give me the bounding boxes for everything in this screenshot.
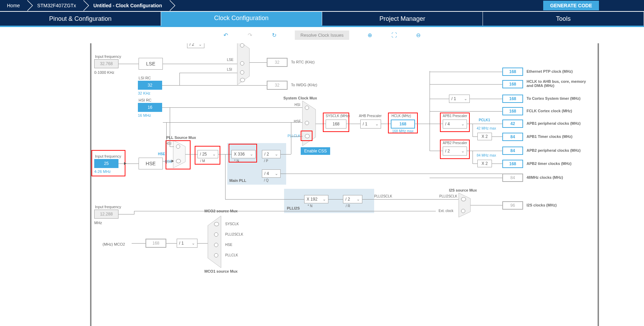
audio-input-value[interactable]: 12.288 — [94, 210, 118, 219]
out-fclk-value: 168 — [502, 107, 523, 115]
tab-project[interactable]: Project Manager — [322, 12, 483, 26]
mco2-hse-radio[interactable] — [214, 243, 218, 247]
plli2s-n-multiplier[interactable]: X 192 — [304, 195, 328, 203]
mco2-opt-plli2s: PLLI2SCLK — [225, 232, 243, 236]
apb2-prescaler[interactable]: / 2 — [443, 147, 467, 156]
generate-code-button[interactable]: GENERATE CODE — [543, 1, 599, 10]
rtc-mux-hse-radio[interactable] — [240, 43, 244, 47]
out-hclk-label: HCLK to AHB bus, core, memory and DMA (M… — [527, 79, 589, 88]
fit-icon[interactable]: ⛶ — [391, 32, 398, 39]
pll-p-label: / P — [264, 159, 268, 163]
sysmux-pllclk-radio[interactable] — [305, 134, 310, 138]
iwdg-output-label: To IWDG (KHz) — [291, 83, 317, 87]
breadcrumb: Home STM32F407ZGTx Untitled - Clock Conf… — [0, 0, 644, 11]
lse-input-range: 0-1000 KHz — [94, 70, 114, 74]
svg-marker-3 — [459, 193, 470, 217]
pll-m-divider[interactable]: / 25 — [197, 150, 218, 158]
pll-m-label: / M — [200, 159, 205, 163]
mco2-opt-hse: HSE — [225, 243, 232, 247]
sysmux-hsi-radio[interactable] — [305, 106, 309, 110]
audio-input-title: Input frequency — [95, 205, 121, 209]
plli2s-n-label: * N — [308, 204, 312, 208]
pll-src-hse-radio[interactable] — [176, 159, 181, 163]
resolve-clock-issues-button[interactable]: Resolve Clock Issues — [295, 30, 349, 40]
breadcrumb-home[interactable]: Home — [0, 0, 27, 11]
undo-icon[interactable]: ↶ — [222, 32, 229, 39]
mco1-mux-title: MCO1 source Mux — [204, 269, 238, 273]
apb1-prescaler[interactable]: / 4 — [443, 120, 467, 129]
breadcrumb-device[interactable]: STM32F407ZGTx — [27, 0, 83, 11]
lsi-signal-label: LSI — [227, 68, 232, 71]
hse-source: HSE — [139, 158, 163, 169]
pclk1-label: PCLK1 — [479, 118, 490, 122]
refresh-icon[interactable]: ↻ — [271, 32, 277, 39]
pclk2-max: 84 MHz max — [477, 153, 496, 157]
sysclk-value[interactable]: 168 — [326, 120, 346, 129]
pll-src-hsi-radio[interactable] — [176, 144, 180, 149]
zoom-out-icon[interactable]: ⊖ — [415, 32, 422, 39]
hse-input-title: Input frequency — [95, 154, 121, 158]
mco2-divider[interactable]: / 1 — [177, 239, 197, 248]
lse-signal-label: LSE — [227, 58, 233, 62]
apb1-prescaler-label: APB1 Prescaler — [443, 114, 467, 118]
mco2-pllclk-radio[interactable] — [214, 253, 218, 257]
tab-clock[interactable]: Clock Configuration — [161, 12, 322, 26]
clock-diagram[interactable]: Input frequency 32.768 0-1000 KHz LSE LS… — [0, 43, 644, 326]
out-eth-label: Ethernet PTP clock (MHz) — [527, 69, 573, 73]
rtc-mux-lse-radio[interactable] — [240, 61, 244, 65]
enable-css-button[interactable]: Enable CSS — [301, 147, 330, 155]
i2s-mux-title: I2S source Mux — [449, 188, 477, 192]
lsi-unit: 32 KHz — [138, 91, 150, 95]
tab-pinout[interactable]: Pinout & Configuration — [0, 12, 161, 26]
pll-n-multiplier[interactable]: X 336 — [231, 150, 256, 158]
lse-source: LSE — [139, 58, 163, 70]
mco2-sysclk-radio[interactable] — [214, 222, 219, 226]
hse-input-value[interactable]: 25 — [94, 159, 118, 168]
svg-marker-2 — [302, 101, 316, 146]
system-clock-mux-title: System Clock Mux — [283, 96, 317, 100]
clock-toolbar: ↶ ↷ ↻ Resolve Clock Issues ⊕ ⛶ ⊖ — [0, 27, 644, 43]
systick-divider[interactable]: / 1 — [449, 95, 470, 103]
rtc-mux-lsi-radio[interactable] — [240, 70, 244, 74]
lse-input-value[interactable]: 32.768 — [94, 59, 118, 68]
breadcrumb-page[interactable]: Untitled - Clock Configuration — [83, 0, 169, 11]
i2s-mux-plli2s-radio[interactable] — [461, 197, 466, 201]
sysmux-hse-radio[interactable] — [305, 121, 309, 125]
plli2s-r-divider[interactable]: / 2 — [343, 195, 362, 203]
hsi-value: 16 — [138, 103, 162, 112]
hse-signal-label: HSE — [158, 152, 165, 156]
out-eth-value: 168 — [502, 68, 523, 76]
mco2-opt-pllclk: PLLCLK — [225, 253, 238, 257]
out-hclk-value: 168 — [502, 80, 523, 88]
out-i2s-label: I2S clocks (MHz) — [527, 203, 557, 207]
hclk-value[interactable]: 168 — [391, 120, 415, 129]
pll-p-divider[interactable]: / 2 — [262, 150, 281, 158]
i2s-mux-ext-label: Ext. clock — [439, 209, 453, 213]
pclk1-max: 42 MHz max — [477, 126, 496, 130]
out-apb2t-value: 168 — [502, 160, 523, 168]
tab-tools[interactable]: Tools — [483, 12, 644, 26]
out-apb2p-label: APB2 peripheral clocks (MHz) — [527, 148, 581, 152]
mco2-mux-title: MCO2 source Mux — [204, 209, 238, 213]
i2s-mux-ext-radio[interactable] — [461, 209, 465, 213]
rtc-hse-divider[interactable]: / 2 — [187, 43, 204, 48]
pll-q-label: / Q — [264, 178, 268, 182]
out-apb1p-label: APB1 peripheral clocks (MHz) — [527, 121, 581, 125]
plli2sclk-label-2: PLLI2SCLK — [439, 194, 457, 198]
svg-marker-1 — [173, 140, 185, 168]
pll-q-divider[interactable]: / 4 — [262, 169, 281, 178]
mco2-value: 168 — [145, 239, 166, 248]
plli2s-label: PLLI2S — [287, 206, 300, 210]
zoom-in-icon[interactable]: ⊕ — [367, 32, 373, 39]
out-apb1t-value: 84 — [502, 133, 523, 141]
hsi-rc-label: HSI RC — [139, 98, 151, 102]
sysmux-hse-label: HSE — [294, 120, 301, 123]
ahb-prescaler[interactable]: / 1 — [360, 120, 381, 129]
apb2-prescaler-label: APB2 Prescaler — [443, 141, 467, 145]
rtc-output-label: To RTC (KHz) — [291, 60, 315, 64]
apb1-timer-mult: X 2 — [477, 133, 492, 140]
mco2-plli2s-radio[interactable] — [214, 232, 218, 237]
audio-input-unit: MHz — [94, 221, 102, 225]
rtc-mux-none-radio[interactable] — [240, 78, 245, 82]
out-usb48-value: 84 — [502, 174, 523, 182]
